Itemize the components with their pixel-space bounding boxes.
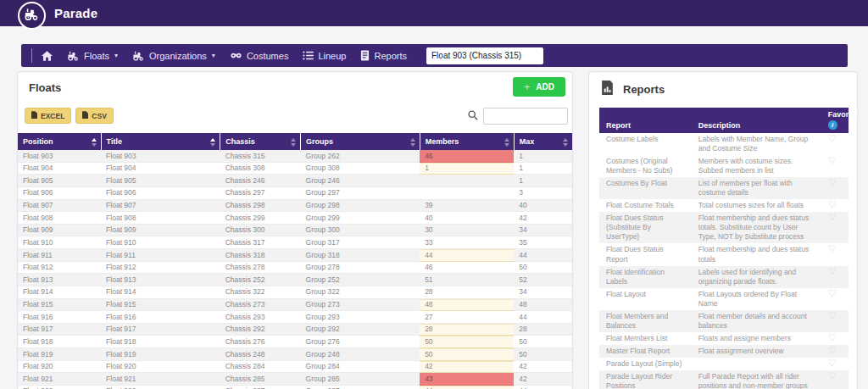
float-row[interactable]: Float 921Float 921Chassis 285Group 28543… — [18, 373, 572, 386]
float-row[interactable]: Float 917Float 917Chassis 292Group 29228… — [18, 323, 572, 336]
float-row[interactable]: Float 918Float 918Chassis 276Group 27650… — [18, 336, 572, 348]
column-header-report[interactable]: Report — [599, 108, 692, 133]
report-row[interactable]: Costumes By FloatList of members per flo… — [599, 177, 849, 199]
float-row[interactable]: Float 916Float 916Chassis 293Group 29327… — [18, 311, 572, 324]
add-button[interactable]: + ADD — [513, 77, 565, 97]
float-row[interactable]: Float 914Float 914Chassis 322Group 32228… — [18, 286, 572, 298]
cell-groups: Group 317 — [301, 236, 420, 249]
heart-icon[interactable]: ♡ — [828, 199, 837, 209]
favorite-cell: ♡ — [821, 266, 849, 288]
cell-position: Float 908 — [18, 212, 101, 225]
nav-costumes[interactable]: Costumes — [230, 51, 289, 61]
favorite-cell: ♡ — [821, 133, 849, 155]
column-header-title[interactable]: Title — [101, 133, 220, 150]
export-csv-label: CSV — [92, 112, 106, 120]
file-icon — [82, 111, 88, 120]
report-row[interactable]: Costumes (Original Members - No Subs)Mem… — [599, 155, 849, 177]
heart-icon[interactable]: ♡ — [828, 332, 837, 342]
report-row[interactable]: Float Costume TotalsTotal costumes sizes… — [599, 199, 849, 212]
float-row[interactable]: Float 906Float 906Chassis 297Group 2973 — [18, 186, 572, 199]
cell-chassis: Chassis 318 — [220, 249, 301, 262]
nav-floats-dropdown[interactable]: Floats ▾ — [67, 51, 118, 61]
float-row[interactable]: Float 903Float 903Chassis 315Group 26246… — [18, 150, 572, 162]
report-row[interactable]: Float Identification LabelsLabels used f… — [599, 266, 849, 288]
nav-item-label: Costumes — [247, 51, 289, 61]
float-row[interactable]: Float 907Float 907Chassis 298Group 29839… — [18, 199, 572, 212]
float-row[interactable]: Float 909Float 909Chassis 300Group 30030… — [18, 224, 572, 236]
cell-title: Float 907 — [101, 199, 220, 212]
cell-title: Float 906 — [101, 186, 220, 199]
cell-groups: Group 308 — [301, 162, 420, 175]
column-header-chassis[interactable]: Chassis — [220, 133, 301, 150]
nav-home[interactable] — [42, 51, 53, 61]
report-row[interactable]: Float Members ListFloats and assigne mem… — [599, 332, 849, 345]
column-header-groups[interactable]: Groups — [301, 133, 420, 150]
heart-icon[interactable]: ♡ — [828, 358, 837, 368]
column-header-members[interactable]: Members — [420, 133, 514, 150]
column-header-description[interactable]: Description — [692, 108, 821, 133]
cell-chassis: Chassis 297 — [220, 186, 301, 199]
cell-max: 35 — [514, 236, 572, 249]
report-row[interactable]: Float LayoutFloat Layouts ordered By Flo… — [599, 288, 849, 310]
add-button-label: ADD — [536, 82, 554, 92]
nav-lineup[interactable]: Lineup — [303, 51, 346, 61]
column-header-favorite[interactable]: Favorite i — [821, 108, 849, 133]
report-row[interactable]: Parade Layout Rider PositionsFull Parade… — [599, 370, 849, 389]
export-csv-button[interactable]: CSV — [75, 108, 113, 124]
heart-icon[interactable]: ♡ — [828, 133, 837, 143]
nav-organizations-dropdown[interactable]: Organizations ▾ — [132, 51, 215, 61]
float-row[interactable]: Float 920Float 920Chassis 284Group 28442… — [18, 360, 572, 373]
export-buttons: EXCEL CSV — [25, 108, 114, 124]
favorite-cell: ♡ — [821, 358, 849, 370]
heart-icon[interactable]: ♡ — [828, 177, 837, 187]
cell-members: 1 — [420, 162, 514, 175]
report-row[interactable]: Float Dues Status (Substitute By UserTyp… — [599, 212, 849, 243]
cell-chassis: Chassis 300 — [220, 224, 301, 236]
cell-groups: Group 284 — [301, 360, 420, 373]
heart-icon[interactable]: ♡ — [828, 266, 837, 276]
nav-reports[interactable]: Reports — [360, 50, 407, 61]
float-row[interactable]: Float 915Float 915Chassis 273Group 27348… — [18, 298, 572, 311]
cell-groups: Group 297 — [301, 186, 420, 199]
float-row[interactable]: Float 922Float 922Chassis 287Group 28744… — [18, 385, 572, 389]
column-header-max[interactable]: Max — [514, 133, 572, 150]
floats-table-body: Float 903Float 903Chassis 315Group 26246… — [18, 150, 572, 389]
float-row[interactable]: Float 919Float 919Chassis 248Group 24850… — [18, 348, 572, 361]
info-icon[interactable]: i — [828, 120, 837, 130]
report-row[interactable]: Float Members and BalancesFloat member d… — [599, 310, 849, 332]
report-row[interactable]: Parade Layout (Simple)♡ — [599, 358, 849, 370]
cell-chassis: Chassis 273 — [220, 298, 301, 311]
report-row[interactable]: Master Float ReportFloat assignment over… — [599, 345, 849, 358]
report-name: Costume Labels — [599, 133, 692, 155]
heart-icon[interactable]: ♡ — [828, 345, 837, 355]
float-row[interactable]: Float 908Float 908Chassis 299Group 29940… — [18, 212, 572, 225]
float-row[interactable]: Float 911Float 911Chassis 318Group 31844… — [18, 249, 572, 262]
nav-search-input[interactable] — [426, 47, 543, 64]
report-description: Members with costume sizes. Subbed membe… — [692, 155, 821, 177]
cell-max: 42 — [514, 373, 572, 386]
heart-icon[interactable]: ♡ — [828, 310, 837, 320]
heart-icon[interactable]: ♡ — [828, 243, 837, 253]
report-description: List of members per float with costume d… — [692, 177, 821, 199]
export-excel-button[interactable]: EXCEL — [25, 108, 71, 124]
cell-title: Float 910 — [101, 236, 220, 249]
float-row[interactable]: Float 904Float 904Chassis 308Group 30811 — [18, 162, 572, 175]
heart-icon[interactable]: ♡ — [828, 288, 837, 298]
report-name: Master Float Report — [599, 345, 692, 358]
column-header-position[interactable]: Position — [18, 133, 101, 150]
float-row[interactable]: Float 910Float 910Chassis 317Group 31733… — [18, 236, 572, 249]
floats-search-input[interactable] — [483, 108, 568, 125]
cell-title: Float 917 — [101, 323, 220, 336]
cell-groups: Group 299 — [301, 212, 420, 225]
float-row[interactable]: Float 913Float 913Chassis 252Group 25251… — [18, 274, 572, 286]
heart-icon[interactable]: ♡ — [828, 370, 837, 381]
cell-members: 48 — [420, 298, 514, 311]
report-row[interactable]: Costume LabelsLabels with Member Name, G… — [599, 133, 849, 155]
cell-max: 42 — [514, 212, 572, 225]
heart-icon[interactable]: ♡ — [828, 212, 837, 222]
app-logo[interactable] — [18, 2, 46, 30]
float-row[interactable]: Float 905Float 905Chassis 246Group 2461 — [18, 175, 572, 187]
float-row[interactable]: Float 912Float 912Chassis 278Group 27846… — [18, 261, 572, 274]
report-row[interactable]: Float Dues Status ReportFloat membership… — [599, 243, 849, 265]
heart-icon[interactable]: ♡ — [828, 155, 837, 165]
